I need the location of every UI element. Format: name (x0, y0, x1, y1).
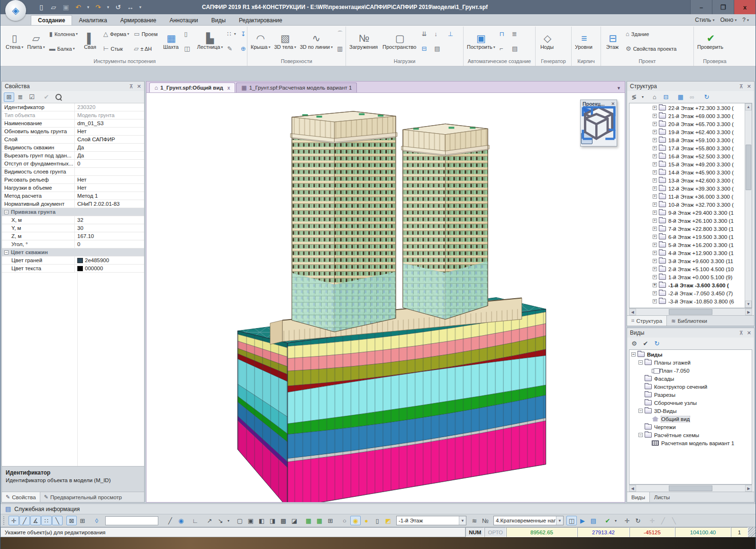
expand-icon[interactable]: + (653, 146, 657, 150)
structure-tree-row[interactable]: + 19-й Этаж +62.400 3.300 ( (629, 128, 745, 136)
axis-y-icon[interactable]: ↘ (215, 516, 226, 525)
views-tree-row[interactable]: − Планы этажей (629, 358, 752, 366)
view-tab-general[interactable]: ⌂ 1_Грунт.spf:Общий вид x (149, 82, 235, 92)
opening-button[interactable]: ▭Проем (131, 27, 161, 41)
checked-only-icon[interactable]: ☑ (27, 92, 37, 102)
auto-floors-icon[interactable]: ≣ (510, 27, 523, 41)
delta-h-button[interactable]: ▱± ΔН (131, 41, 161, 56)
structure-vertical-scrollbar[interactable]: ▲ ▼ (745, 103, 752, 308)
view-shaded-icon[interactable]: ◨ (267, 516, 278, 525)
levels-button[interactable]: ≡Уровни (573, 27, 595, 56)
loadcase-select[interactable]: 4.Кратковременные наг▼ (493, 516, 564, 525)
draw-line-icon[interactable]: ╱ (165, 516, 175, 525)
snap-tangent-icon[interactable]: ╲ (52, 516, 63, 525)
lamp-off-icon[interactable]: ○ (339, 516, 350, 525)
snap-points-icon[interactable]: ∷ (41, 516, 52, 525)
structure-tree-row[interactable]: + 2-й Этаж +5.100 4.500 (10 (629, 265, 745, 273)
refresh-icon[interactable]: ↻ (701, 92, 712, 102)
list-view-icon[interactable]: ≣ (15, 92, 26, 102)
property-row[interactable]: Тип объекта Модель грунта (2, 111, 144, 119)
structure-tree-row[interactable]: + 10-й Этаж +32.700 3.300 ( (629, 201, 745, 209)
search-icon[interactable] (53, 92, 63, 102)
stairs-button[interactable]: ▙Лестница▾ (195, 27, 225, 56)
move-icon[interactable]: ✛ (622, 516, 632, 525)
space-button[interactable]: ▢Пространство (381, 27, 419, 56)
table-icon[interactable]: ▤ (588, 516, 599, 525)
line-3d-button[interactable]: ∿3D по линии▾ (298, 27, 335, 56)
structure-tab[interactable]: ≋Библиотеки (667, 316, 711, 326)
structure-tree-row[interactable]: + -1-й Этаж -3.600 3.600 ( (629, 281, 745, 289)
structure-tree-row[interactable]: + 21-й Этаж +69.000 3.300 ( (629, 112, 745, 120)
redo-arrow-icon[interactable]: ▾ (106, 5, 110, 9)
project-properties-button[interactable]: ⚙Свойства проекта (623, 41, 680, 56)
properties-tab[interactable]: ✎Предварительный просмотр (40, 492, 126, 502)
grid-points-icon[interactable]: ∷▾ (225, 27, 238, 41)
structure-tree-row[interactable]: + 4-й Этаж +12.900 3.300 (1 (629, 249, 745, 257)
structure-tree-row[interactable]: + -2-й Этаж -7.050 3.450 (7) (629, 289, 745, 297)
move-copy-icon[interactable]: ✛ (647, 516, 657, 525)
snap-grid-icon[interactable]: ✛ (9, 516, 19, 525)
expand-icon[interactable]: + (653, 235, 657, 239)
property-row[interactable]: Наименование dm_01_S3 (2, 119, 144, 128)
binoculars-icon[interactable]: ∞ (687, 92, 697, 102)
quickbar-more-icon[interactable]: ▾ (138, 5, 143, 9)
pile-load-icon[interactable]: ⊥ (446, 27, 458, 41)
resize-grip[interactable] (748, 527, 756, 537)
views-tree-row[interactable]: − Виды (629, 350, 752, 358)
redo-icon[interactable]: ↷ (93, 3, 103, 11)
expand-icon[interactable]: + (653, 210, 657, 215)
views-tree-row[interactable]: − Расчётные схемы (629, 431, 752, 439)
point-load-icon[interactable]: ↓ (432, 27, 445, 41)
open-file-icon[interactable]: ▱ (49, 3, 58, 11)
build-button[interactable]: ▣Построить▾ (465, 27, 497, 56)
expand-icon[interactable]: + (653, 114, 657, 118)
lamp-door-icon[interactable]: ▯ (372, 516, 383, 525)
expand-icon[interactable]: + (653, 291, 657, 295)
structure-tree-row[interactable]: + 3-й Этаж +9.600 3.300 (11 (629, 257, 745, 265)
close-icon[interactable]: ✕ (137, 83, 141, 90)
mirror-axis-icon[interactable]: ╲ (669, 516, 679, 525)
render-grid-icon[interactable]: ⊞ (325, 516, 336, 525)
menu-tab[interactable]: Редактирование (232, 16, 289, 25)
menu-tab[interactable]: Создание (31, 15, 72, 25)
undo-arrow-icon[interactable]: ▾ (86, 5, 91, 9)
pin-icon[interactable]: ⊼ (739, 330, 743, 336)
lamp-box-icon[interactable]: ◩ (383, 516, 393, 525)
roof-button[interactable]: ◠Крыша▾ (249, 27, 272, 56)
close-icon[interactable]: ✕ (747, 83, 751, 90)
measure-icon[interactable]: ↔ (126, 3, 135, 11)
views-tree-row[interactable]: Чертежи (629, 423, 752, 431)
structure-tree-row[interactable]: + 7-й Этаж +22.800 3.300 (1 (629, 225, 745, 233)
close-icon[interactable]: ✕ (747, 330, 751, 336)
beam-button[interactable]: ▬Балка▾ (47, 41, 80, 56)
expand-icon[interactable]: + (653, 259, 657, 263)
structure-tree-row[interactable]: + 17-й Этаж +55.800 3.300 ( (629, 144, 745, 152)
property-row[interactable]: Идентификатор 230320 (2, 103, 144, 111)
ortho-corner-icon[interactable]: ∟ (190, 516, 200, 525)
filter-view-icon[interactable]: ◫ (566, 516, 577, 525)
pick-filter-icon[interactable]: ▶ (577, 516, 588, 525)
views-tree-row[interactable]: Общий вид (629, 415, 752, 423)
snap-line-icon[interactable]: ╱ (19, 516, 30, 525)
door-icon[interactable]: ▯ (182, 27, 195, 41)
tab-list-arrow-icon[interactable]: ▼ (617, 86, 625, 92)
expand-icon[interactable]: + (653, 243, 657, 247)
crane-icon[interactable]: ⌐ (497, 41, 510, 56)
loadcases-button[interactable]: №Загружения (347, 27, 381, 56)
structure-horizontal-scrollbar[interactable]: ◀ ▶ (629, 308, 752, 315)
check-button[interactable]: ✔Проверить (695, 27, 726, 56)
view-solid-icon[interactable]: ▣ (246, 516, 256, 525)
filter-icon[interactable]: ≶ (629, 92, 639, 102)
filter-arrow-icon[interactable]: ▾ (640, 92, 645, 102)
property-row[interactable]: Цвет граней 2e485900 (2, 256, 144, 265)
save-icon[interactable]: ▣ (61, 3, 71, 11)
expand-icon[interactable]: + (653, 186, 657, 191)
scroll-thumb[interactable] (746, 145, 751, 190)
structure-tree-row[interactable]: + 16-й Этаж +52.500 3.300 ( (629, 152, 745, 160)
scroll-down-icon[interactable]: ▼ (745, 301, 752, 308)
structure-tree-row[interactable]: + 12-й Этаж +39.300 3.300 ( (629, 184, 745, 192)
expand-icon[interactable]: + (653, 162, 657, 166)
views-tree-row[interactable]: − 3D-Виды (629, 407, 752, 415)
apply-icon[interactable]: ✔ (41, 92, 52, 102)
workplane-icon[interactable]: ◊ (91, 516, 102, 525)
